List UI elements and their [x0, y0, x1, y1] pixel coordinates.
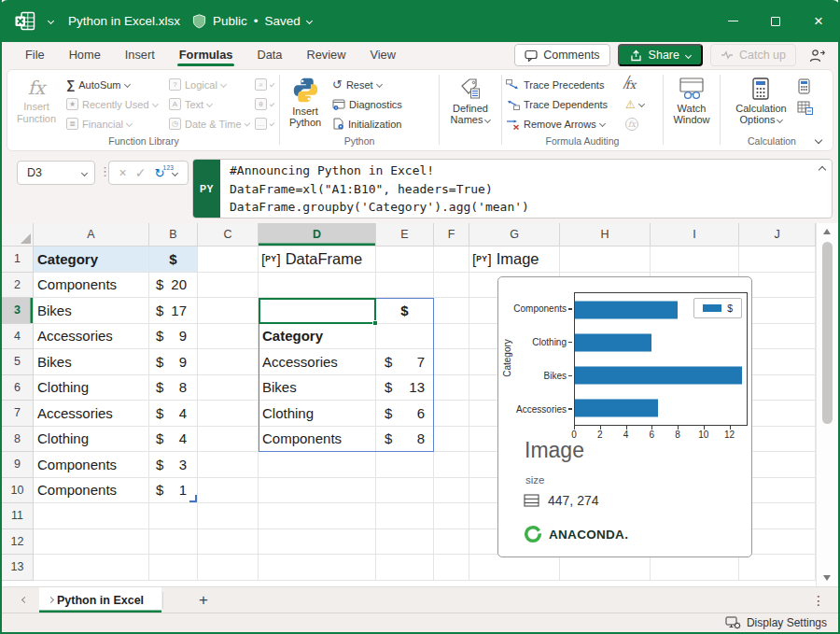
cell-B6[interactable]: $8 — [149, 375, 198, 402]
cell-C13[interactable] — [198, 555, 259, 581]
cell-C11[interactable] — [198, 503, 259, 529]
cell-E9[interactable] — [376, 452, 434, 478]
cell-C4[interactable] — [198, 324, 259, 350]
cell-A10[interactable]: Components — [34, 478, 149, 504]
cell-C5[interactable] — [198, 349, 259, 375]
math-trig-button[interactable]: θ — [252, 94, 276, 114]
financial-button[interactable]: ≣ Financial — [63, 114, 166, 134]
column-header-E[interactable]: E — [376, 223, 434, 247]
cell-C7[interactable] — [198, 401, 259, 427]
share-chevron-icon[interactable] — [685, 51, 692, 58]
cell-A12[interactable] — [34, 529, 149, 556]
cell-I1[interactable] — [651, 247, 739, 273]
cell-F5[interactable] — [434, 349, 469, 375]
row-header-10[interactable]: 10 — [2, 478, 34, 504]
cell-E6[interactable]: $13 — [376, 375, 434, 402]
active-cell[interactable] — [259, 298, 376, 324]
display-settings-label[interactable]: Display Settings — [747, 616, 827, 629]
cell-A9[interactable]: Components — [34, 452, 149, 478]
cell-E8[interactable]: $8 — [376, 427, 434, 453]
error-checking-button[interactable]: ⚠ — [623, 94, 656, 114]
name-box[interactable]: D3 — [17, 161, 95, 185]
row-header-11[interactable]: 11 — [2, 503, 34, 529]
column-header-B[interactable]: B — [149, 223, 198, 247]
row-header-8[interactable]: 8 — [2, 427, 34, 453]
column-header-G[interactable]: G — [469, 223, 560, 247]
cell-E3[interactable]: $ — [376, 298, 434, 324]
more-functions-button[interactable]: … — [252, 114, 276, 134]
cell-E2[interactable] — [376, 273, 434, 299]
cell-F2[interactable] — [434, 273, 469, 299]
reset-button[interactable]: ↺ Reset — [329, 75, 405, 94]
python-output-chevron-icon[interactable] — [172, 169, 178, 176]
lookup-reference-button[interactable]: ⌕ — [252, 75, 276, 94]
add-sheet-button[interactable]: + — [199, 592, 208, 608]
cell-H1[interactable] — [560, 247, 651, 273]
cell-F4[interactable] — [434, 324, 469, 350]
sheet-nav-left-icon[interactable] — [11, 598, 38, 602]
cell-A11[interactable] — [34, 503, 149, 529]
insert-function-button[interactable]: fx Insert Function — [9, 75, 63, 127]
maximize-button[interactable] — [754, 0, 797, 42]
text-button[interactable]: A Text — [166, 94, 252, 114]
name-box-chevron-icon[interactable] — [81, 169, 88, 176]
cell-B4[interactable]: $9 — [149, 324, 198, 350]
cell-B7[interactable]: $4 — [149, 401, 198, 427]
cell-E12[interactable] — [376, 529, 434, 556]
cell-C8[interactable] — [198, 427, 259, 453]
cell-B11[interactable] — [149, 503, 198, 529]
column-header-I[interactable]: I — [651, 223, 739, 247]
cell-F1[interactable] — [434, 247, 469, 273]
trace-dependents-button[interactable]: Trace Dependents — [503, 94, 623, 114]
cell-B2[interactable]: $20 — [149, 273, 198, 299]
cell-E5[interactable]: $7 — [376, 349, 434, 375]
row-header-4[interactable]: 4 — [2, 324, 34, 350]
cell-I13[interactable] — [651, 555, 739, 581]
cell-C9[interactable] — [198, 452, 259, 478]
cell-D2[interactable] — [259, 273, 376, 299]
cell-F6[interactable] — [434, 375, 469, 402]
vertical-scrollbar[interactable] — [816, 223, 838, 586]
row-header-12[interactable]: 12 — [2, 529, 34, 556]
cell-A4[interactable]: Accessories — [34, 324, 149, 350]
autosum-button[interactable]: ∑ AutoSum — [63, 75, 166, 94]
cell-F11[interactable] — [434, 503, 469, 529]
column-header-J[interactable]: J — [739, 223, 816, 247]
row-header-9[interactable]: 9 — [2, 452, 34, 478]
tab-data[interactable]: Data — [245, 42, 294, 68]
sheet-options-icon[interactable]: ⋮ — [812, 593, 825, 608]
row-header-5[interactable]: 5 — [2, 349, 34, 375]
row-header-13[interactable]: 13 — [2, 555, 34, 581]
cell-F10[interactable] — [434, 478, 469, 504]
save-status-chevron-icon[interactable] — [306, 18, 313, 24]
tab-review[interactable]: Review — [294, 42, 357, 68]
cell-B5[interactable]: $9 — [149, 349, 198, 375]
cell-F12[interactable] — [434, 529, 469, 556]
cell-D7[interactable]: Clothing — [259, 401, 376, 427]
cancel-icon[interactable]: × — [119, 166, 127, 179]
document-title[interactable]: Python in Excel.xlsx — [68, 14, 180, 28]
cell-C2[interactable] — [198, 273, 259, 299]
cell-E1[interactable] — [376, 247, 434, 273]
catch-up-button[interactable]: Catch up — [710, 44, 796, 66]
cell-H13[interactable] — [560, 555, 651, 581]
cell-D4[interactable]: Category — [259, 324, 376, 350]
initialization-button[interactable]: Initialization — [329, 114, 405, 134]
minimize-button[interactable] — [711, 0, 754, 42]
python-output-type-icon[interactable]: ↻123 — [155, 167, 165, 179]
cell-F9[interactable] — [434, 452, 469, 478]
calculate-sheet-icon[interactable] — [797, 101, 813, 115]
cell-A5[interactable]: Bikes — [34, 349, 149, 375]
save-status[interactable]: Saved — [265, 14, 301, 28]
row-header-6[interactable]: 6 — [2, 375, 34, 402]
cell-F13[interactable] — [434, 555, 469, 581]
cell-C12[interactable] — [198, 529, 259, 556]
cell-C1[interactable] — [198, 247, 259, 273]
calculation-options-button[interactable]: Calculation Options — [731, 75, 791, 128]
cell-D11[interactable] — [259, 503, 376, 529]
cell-D10[interactable] — [259, 478, 376, 504]
column-header-D[interactable]: D — [259, 223, 376, 247]
tab-file[interactable]: File — [13, 42, 57, 68]
cell-A3[interactable]: Bikes — [34, 298, 149, 324]
evaluate-formula-button[interactable]: fx — [623, 114, 656, 134]
